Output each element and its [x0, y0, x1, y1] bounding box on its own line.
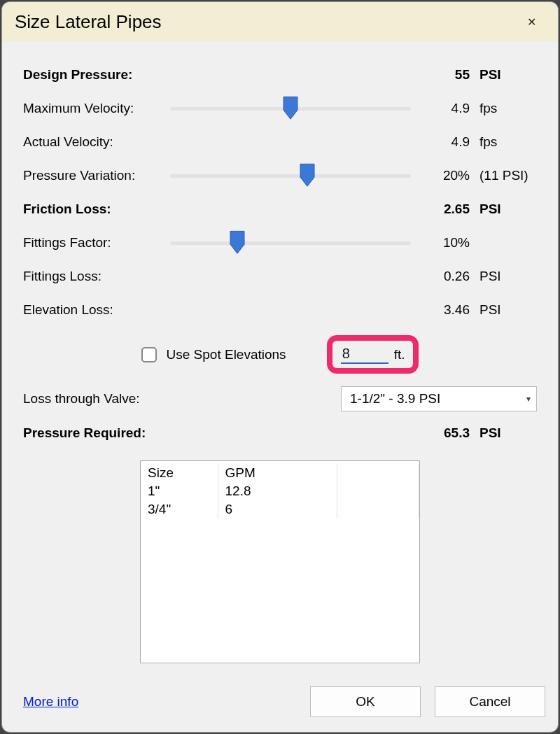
row-use-spot-elevations: Use Spot Elevations ft.: [23, 335, 537, 374]
table-cell-gpm: 12.8: [218, 482, 337, 500]
pressure-required-value: 65.3: [418, 425, 474, 441]
use-spot-elevations-checkbox[interactable]: [141, 347, 157, 362]
row-pressure-required: Pressure Required: 65.3 PSI: [23, 425, 537, 441]
max-velocity-label: Maximum Velocity:: [23, 101, 163, 116]
valve-select[interactable]: 1-1/2" - 3.9 PSI ▾: [341, 386, 537, 411]
slider-thumb-icon[interactable]: [300, 163, 315, 187]
max-velocity-slider[interactable]: [170, 96, 411, 121]
more-info-link[interactable]: More info: [23, 694, 78, 710]
row-fittings-factor: Fittings Factor: 10%: [23, 226, 537, 260]
fittings-loss-label: Fittings Loss:: [23, 269, 163, 284]
fittings-factor-slider[interactable]: [170, 230, 411, 255]
row-elevation-loss: Elevation Loss: 3.46 PSI: [23, 293, 537, 327]
table-header-size: Size: [141, 464, 218, 482]
friction-loss-value: 2.65: [418, 202, 474, 217]
pressure-variation-slider[interactable]: [170, 163, 411, 188]
actual-velocity-unit: fps: [474, 134, 537, 150]
table-cell-size: 1": [141, 482, 218, 500]
table-cell-gpm: 6: [218, 500, 337, 518]
pipe-size-table: Size GPM 1" 12.8 3/4" 6: [140, 460, 420, 663]
dialog-footer: More info OK Cancel: [2, 676, 558, 732]
actual-velocity-label: Actual Velocity:: [23, 134, 163, 150]
row-friction-loss: Friction Loss: 2.65 PSI: [23, 192, 537, 226]
pressure-required-label: Pressure Required:: [23, 425, 418, 441]
fittings-loss-value: 0.26: [418, 269, 474, 284]
loss-through-valve-label: Loss through Valve:: [23, 391, 341, 407]
max-velocity-value: 4.9: [418, 101, 474, 116]
dialog-size-lateral-pipes: Size Lateral Pipes ✕ Design Pressure: 55…: [1, 1, 559, 733]
table-row[interactable]: 1" 12.8: [141, 482, 419, 500]
fittings-loss-unit: PSI: [474, 269, 537, 284]
elevation-loss-label: Elevation Loss:: [23, 302, 163, 318]
row-fittings-loss: Fittings Loss: 0.26 PSI: [23, 260, 537, 293]
table-header-gpm: GPM: [218, 464, 337, 482]
ok-button[interactable]: OK: [310, 686, 421, 717]
row-actual-velocity: Actual Velocity: 4.9 fps: [23, 125, 537, 159]
row-pressure-variation: Pressure Variation: 20% (11 PSI): [23, 159, 537, 192]
titlebar: Size Lateral Pipes ✕: [2, 2, 558, 41]
slider-thumb-icon[interactable]: [283, 96, 298, 120]
design-pressure-value: 55: [418, 67, 474, 83]
row-loss-through-valve: Loss through Valve: 1-1/2" - 3.9 PSI ▾: [23, 386, 537, 411]
cancel-button[interactable]: Cancel: [435, 686, 545, 717]
chevron-down-icon: ▾: [526, 387, 531, 411]
actual-velocity-value: 4.9: [418, 134, 474, 150]
pressure-variation-unit: (11 PSI): [474, 168, 537, 183]
elevation-input-highlight: ft.: [327, 335, 419, 374]
slider-thumb-icon[interactable]: [230, 230, 245, 254]
pressure-required-unit: PSI: [474, 425, 537, 441]
max-velocity-unit: fps: [474, 101, 537, 116]
elevation-input[interactable]: [341, 345, 388, 364]
pressure-variation-label: Pressure Variation:: [23, 168, 163, 183]
design-pressure-unit: PSI: [474, 67, 537, 83]
table-cell-size: 3/4": [141, 500, 218, 518]
close-icon[interactable]: ✕: [517, 2, 545, 41]
dialog-content: Design Pressure: 55 PSI Maximum Velocity…: [2, 41, 558, 676]
elevation-loss-unit: PSI: [474, 302, 537, 318]
valve-selected-value: 1-1/2" - 3.9 PSI: [350, 391, 440, 407]
fittings-factor-label: Fittings Factor:: [23, 235, 163, 250]
fittings-factor-value: 10%: [418, 235, 474, 250]
design-pressure-label: Design Pressure:: [23, 67, 163, 83]
row-max-velocity: Maximum Velocity: 4.9 fps: [23, 92, 537, 125]
elevation-loss-value: 3.46: [418, 302, 474, 318]
use-spot-elevations-label: Use Spot Elevations: [167, 347, 286, 362]
table-header-row: Size GPM: [141, 464, 419, 482]
friction-loss-label: Friction Loss:: [23, 202, 163, 217]
pressure-variation-value: 20%: [418, 168, 474, 183]
friction-loss-unit: PSI: [474, 202, 537, 217]
dialog-title: Size Lateral Pipes: [15, 11, 162, 33]
elevation-unit: ft.: [394, 347, 405, 362]
table-row[interactable]: 3/4" 6: [141, 500, 419, 518]
row-design-pressure: Design Pressure: 55 PSI: [23, 58, 537, 92]
